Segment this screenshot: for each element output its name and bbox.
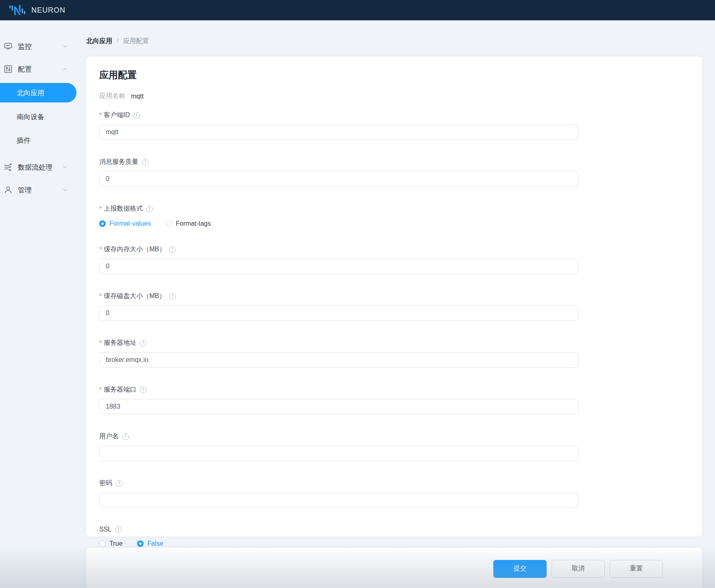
required-marker: *: [99, 246, 102, 253]
field-label-row: 用户名 !: [99, 432, 578, 441]
sidebar-item-north-apps[interactable]: 北向应用: [0, 83, 76, 102]
brand: NEURON: [9, 4, 65, 16]
submit-button[interactable]: 提交: [493, 560, 547, 578]
info-icon[interactable]: !: [169, 246, 176, 253]
info-icon[interactable]: !: [122, 433, 129, 440]
action-bar: 提交 取消 重置: [86, 548, 702, 588]
sidebar-item-label: 配置: [18, 65, 62, 74]
radio-format-values[interactable]: Format-values: [99, 220, 151, 227]
radio-label: True: [109, 540, 122, 547]
username-input[interactable]: [99, 446, 578, 461]
info-icon[interactable]: !: [146, 206, 153, 212]
breadcrumb-separator: /: [117, 37, 118, 45]
field-label-row: 密码 !: [99, 479, 578, 488]
field-username: 用户名 !: [99, 432, 578, 461]
required-marker: *: [99, 340, 102, 347]
field-label: 缓存内存大小（MB）: [104, 245, 166, 254]
qos-input[interactable]: [99, 171, 578, 187]
field-label: 服务器地址: [104, 339, 136, 347]
radio-unselected-icon: [166, 220, 172, 227]
sidebar-item-dataflow[interactable]: 数据流处理: [0, 156, 81, 179]
breadcrumb: 北向应用 / 应用配置: [86, 37, 702, 46]
server-port-input[interactable]: [99, 399, 578, 414]
info-icon[interactable]: !: [115, 526, 122, 533]
ssl-radio-group: True False: [99, 540, 578, 547]
admin-icon: [3, 185, 13, 195]
field-client-id: * 客户端ID !: [99, 111, 578, 140]
top-navbar: NEURON: [0, 0, 715, 20]
field-label-row: * 服务器地址 !: [99, 339, 578, 347]
neuron-logo-icon: [9, 4, 26, 16]
chevron-down-icon: [62, 187, 68, 193]
field-label: 消息服务质量: [99, 158, 138, 166]
chevron-up-icon: [62, 66, 68, 72]
radio-label: Format-tags: [176, 220, 211, 227]
field-label-row: * 缓存磁盘大小（MB） !: [99, 292, 578, 301]
field-label-row: * 客户端ID !: [99, 111, 578, 120]
monitor-icon: [3, 41, 13, 51]
field-ssl: SSL ! True False: [99, 526, 578, 547]
field-label: SSL: [99, 526, 111, 533]
client-id-input[interactable]: [99, 124, 578, 140]
info-icon[interactable]: !: [140, 340, 146, 346]
chevron-down-icon: [62, 164, 68, 170]
field-cache-disk: * 缓存磁盘大小（MB） !: [99, 292, 578, 321]
field-label: 上报数据格式: [104, 205, 143, 213]
server-host-input[interactable]: [99, 352, 578, 368]
required-marker: *: [99, 293, 102, 300]
config-icon: [3, 64, 13, 74]
field-label-row: 消息服务质量 !: [99, 158, 578, 166]
radio-selected-icon: [137, 540, 144, 547]
sidebar-item-label: 监控: [18, 42, 62, 51]
info-icon[interactable]: !: [142, 159, 148, 166]
field-label-row: * 缓存内存大小（MB） !: [99, 245, 578, 254]
app-name-value: mqtt: [131, 93, 144, 100]
field-label: 客户端ID: [104, 111, 130, 120]
sidebar: 监控 配置: [0, 20, 81, 588]
breadcrumb-parent[interactable]: 北向应用: [86, 37, 112, 46]
info-icon[interactable]: !: [133, 112, 140, 119]
app-config-card: 应用配置 应用名称 mqtt * 客户端ID ! 消息服务质量 !: [86, 57, 702, 536]
info-icon[interactable]: !: [140, 387, 146, 393]
radio-ssl-true[interactable]: True: [99, 540, 122, 547]
radio-format-tags[interactable]: Format-tags: [166, 220, 211, 227]
cancel-button[interactable]: 取消: [552, 560, 605, 578]
radio-label: Format-values: [109, 220, 151, 227]
cache-mem-input[interactable]: [99, 259, 578, 274]
field-label: 服务器端口: [104, 385, 136, 394]
brand-name: NEURON: [31, 6, 65, 15]
field-password: 密码 !: [99, 479, 578, 508]
sidebar-item-label: 管理: [18, 185, 62, 195]
chevron-down-icon: [62, 44, 68, 49]
radio-selected-icon: [99, 220, 106, 227]
sidebar-item-monitoring[interactable]: 监控: [0, 35, 81, 58]
main-content: 北向应用 / 应用配置 应用配置 应用名称 mqtt * 客户端ID !: [81, 20, 715, 588]
required-marker: *: [99, 386, 102, 394]
field-server-host: * 服务器地址 !: [99, 339, 578, 368]
cache-disk-input[interactable]: [99, 305, 578, 321]
field-server-port: * 服务器端口 !: [99, 385, 578, 414]
app-name-row: 应用名称 mqtt: [99, 92, 689, 100]
app-name-label: 应用名称: [99, 92, 125, 100]
radio-ssl-false[interactable]: False: [137, 540, 163, 547]
sidebar-item-admin[interactable]: 管理: [0, 179, 81, 201]
info-icon[interactable]: !: [169, 293, 176, 300]
field-cache-mem: * 缓存内存大小（MB） !: [99, 245, 578, 274]
field-qos: 消息服务质量 !: [99, 158, 578, 187]
sidebar-item-label: 数据流处理: [18, 163, 62, 172]
password-input[interactable]: [99, 492, 578, 508]
sidebar-subitem-label: 南向设备: [17, 112, 44, 122]
field-label-row: * 上报数据格式 !: [99, 205, 578, 213]
reset-button[interactable]: 重置: [610, 560, 663, 578]
page-title: 应用配置: [99, 69, 689, 81]
info-icon[interactable]: !: [116, 480, 122, 487]
required-marker: *: [99, 205, 102, 213]
field-label: 用户名: [99, 432, 119, 441]
sidebar-item-configuration[interactable]: 配置: [0, 58, 81, 81]
sidebar-item-plugins[interactable]: 插件: [0, 128, 81, 152]
field-label: 缓存磁盘大小（MB）: [104, 292, 166, 301]
field-label-row: SSL !: [99, 526, 578, 533]
breadcrumb-current: 应用配置: [123, 37, 149, 46]
sidebar-subitem-label: 北向应用: [17, 88, 44, 98]
sidebar-item-south-devices[interactable]: 南向设备: [0, 105, 81, 128]
